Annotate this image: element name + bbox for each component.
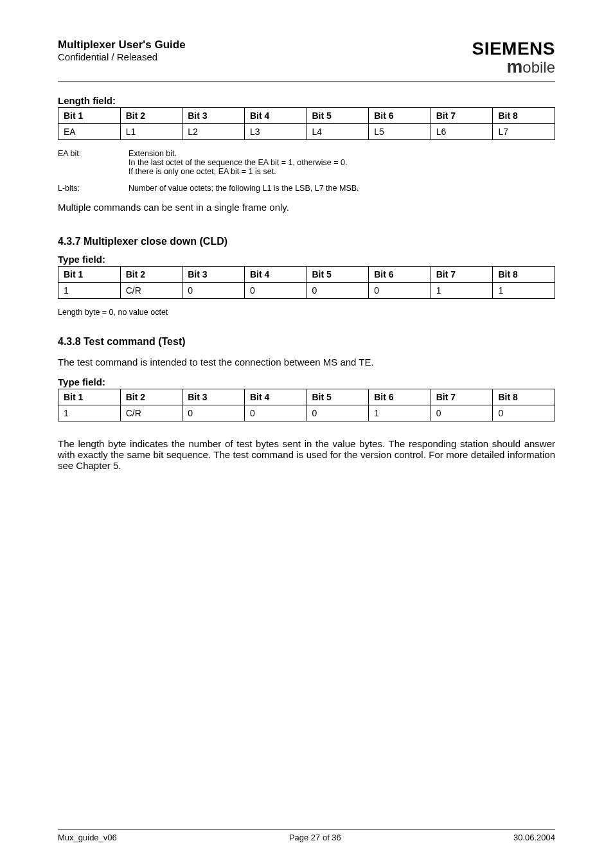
col-header: Bit 4 <box>244 389 306 405</box>
brand-mobile-rest: obile <box>522 58 555 76</box>
cell: 0 <box>431 405 493 421</box>
col-header: Bit 7 <box>431 389 493 405</box>
col-header: Bit 5 <box>306 389 369 405</box>
col-header: Bit 4 <box>244 267 306 283</box>
footer-right: 30.06.2004 <box>513 833 555 842</box>
para-multiple-commands: Multiple commands can be sent in a singl… <box>58 202 555 213</box>
cell: L4 <box>306 124 369 140</box>
note-length-byte-437: Length byte = 0, no value octet <box>58 308 555 317</box>
col-header: Bit 3 <box>182 389 245 405</box>
brand-mobile-m: m <box>506 57 522 76</box>
col-header: Bit 2 <box>120 267 182 283</box>
def-line: Number of value octets; the following L1… <box>129 184 555 193</box>
def-desc: Number of value octets; the following L1… <box>129 184 555 193</box>
length-field-label: Length field: <box>58 95 555 106</box>
page-header: Multiplexer User's Guide Confidential / … <box>58 39 555 82</box>
col-header: Bit 7 <box>431 108 493 124</box>
footer-left: Mux_guide_v06 <box>58 833 117 842</box>
col-header: Bit 2 <box>120 108 182 124</box>
cell: 1 <box>58 283 121 299</box>
col-header: Bit 6 <box>369 389 431 405</box>
def-line: In the last octet of the sequence the EA… <box>129 158 555 167</box>
cell: 0 <box>182 405 245 421</box>
col-header: Bit 7 <box>431 267 493 283</box>
cell: 0 <box>369 283 431 299</box>
table-row: 1 C/R 0 0 0 0 1 1 <box>58 283 555 299</box>
heading-437: 4.3.7 Multiplexer close down (CLD) <box>58 236 555 247</box>
col-header: Bit 4 <box>244 108 306 124</box>
table-row: Bit 1 Bit 2 Bit 3 Bit 4 Bit 5 Bit 6 Bit … <box>58 108 555 124</box>
table-row: EA L1 L2 L3 L4 L5 L6 L7 <box>58 124 555 140</box>
cell: L7 <box>493 124 555 140</box>
cell: L2 <box>182 124 245 140</box>
def-term: L-bits: <box>58 184 129 193</box>
table-row: 1 C/R 0 0 0 1 0 0 <box>58 405 555 421</box>
cell: C/R <box>120 405 182 421</box>
def-desc: Extension bit. In the last octet of the … <box>129 149 555 176</box>
cell: EA <box>58 124 121 140</box>
footer-center: Page 27 of 36 <box>289 833 341 842</box>
def-ea-bit: EA bit: Extension bit. In the last octet… <box>58 149 555 176</box>
col-header: Bit 6 <box>369 267 431 283</box>
header-right: SIEMENS mobile <box>472 39 555 77</box>
table-row: Bit 1 Bit 2 Bit 3 Bit 4 Bit 5 Bit 6 Bit … <box>58 267 555 283</box>
type-field-label-437: Type field: <box>58 254 555 265</box>
type-field-table-437: Bit 1 Bit 2 Bit 3 Bit 4 Bit 5 Bit 6 Bit … <box>58 266 555 299</box>
cell: 0 <box>493 405 555 421</box>
cell: 0 <box>306 405 369 421</box>
col-header: Bit 8 <box>493 389 555 405</box>
cell: 1 <box>431 283 493 299</box>
cell: 0 <box>244 283 306 299</box>
brand-mobile: mobile <box>472 57 555 77</box>
cell: 0 <box>182 283 245 299</box>
page-footer: Mux_guide_v06 Page 27 of 36 30.06.2004 <box>58 829 555 842</box>
col-header: Bit 3 <box>182 108 245 124</box>
col-header: Bit 6 <box>369 108 431 124</box>
col-header: Bit 5 <box>306 267 369 283</box>
cell: C/R <box>120 283 182 299</box>
col-header: Bit 8 <box>493 108 555 124</box>
cell: 1 <box>58 405 121 421</box>
def-line: Extension bit. <box>129 149 555 158</box>
cell: 0 <box>306 283 369 299</box>
def-line: If there is only one octet, EA bit = 1 i… <box>129 167 555 176</box>
cell: L5 <box>369 124 431 140</box>
para-test-intro: The test command is intended to test the… <box>58 357 555 368</box>
type-field-label-438: Type field: <box>58 376 555 387</box>
col-header: Bit 3 <box>182 267 245 283</box>
length-field-table: Bit 1 Bit 2 Bit 3 Bit 4 Bit 5 Bit 6 Bit … <box>58 107 555 140</box>
def-term: EA bit: <box>58 149 129 176</box>
cell: L1 <box>120 124 182 140</box>
heading-438: 4.3.8 Test command (Test) <box>58 336 555 348</box>
type-field-table-438: Bit 1 Bit 2 Bit 3 Bit 4 Bit 5 Bit 6 Bit … <box>58 389 555 421</box>
cell: 0 <box>244 405 306 421</box>
cell: L3 <box>244 124 306 140</box>
cell: 1 <box>369 405 431 421</box>
col-header: Bit 1 <box>58 389 121 405</box>
cell: 1 <box>493 283 555 299</box>
col-header: Bit 2 <box>120 389 182 405</box>
doc-title: Multiplexer User's Guide <box>58 39 186 51</box>
col-header: Bit 8 <box>493 267 555 283</box>
col-header: Bit 1 <box>58 267 121 283</box>
col-header: Bit 1 <box>58 108 121 124</box>
table-row: Bit 1 Bit 2 Bit 3 Bit 4 Bit 5 Bit 6 Bit … <box>58 389 555 405</box>
cell: L6 <box>431 124 493 140</box>
para-test-length: The length byte indicates the number of … <box>58 438 555 471</box>
header-left: Multiplexer User's Guide Confidential / … <box>58 39 186 62</box>
col-header: Bit 5 <box>306 108 369 124</box>
doc-status: Confidential / Released <box>58 51 186 62</box>
def-l-bits: L-bits: Number of value octets; the foll… <box>58 184 555 193</box>
